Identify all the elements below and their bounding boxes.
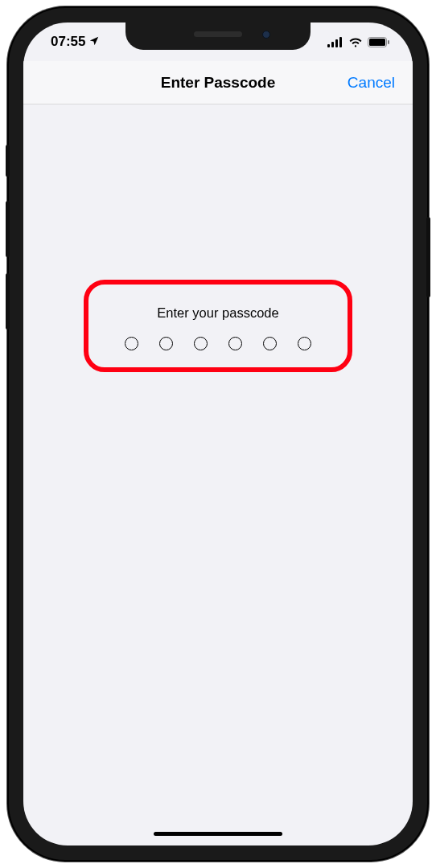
passcode-highlight-annotation: Enter your passcode	[84, 280, 352, 372]
cancel-button[interactable]: Cancel	[348, 74, 395, 92]
passcode-dot	[228, 337, 242, 350]
wifi-icon	[348, 37, 363, 47]
svg-rect-1	[331, 42, 334, 47]
power-button	[426, 217, 430, 297]
passcode-dot	[263, 337, 277, 350]
cellular-signal-icon	[327, 37, 343, 47]
silence-switch	[6, 145, 10, 177]
volume-down-button	[6, 273, 10, 330]
svg-rect-2	[335, 39, 338, 47]
passcode-prompt-label: Enter your passcode	[157, 305, 278, 321]
screen: 07:55	[23, 23, 413, 845]
svg-rect-3	[339, 37, 342, 47]
nav-title: Enter Passcode	[161, 74, 276, 92]
front-camera	[262, 31, 270, 39]
svg-rect-0	[327, 44, 330, 47]
home-indicator[interactable]	[154, 832, 282, 837]
speaker-grille	[194, 31, 242, 37]
status-time: 07:55	[51, 34, 85, 50]
nav-bar: Enter Passcode Cancel	[23, 61, 413, 104]
passcode-dot	[159, 337, 173, 350]
notch	[125, 23, 311, 50]
svg-rect-6	[388, 40, 389, 44]
passcode-dot	[125, 337, 138, 350]
location-icon	[88, 35, 100, 49]
passcode-dot	[194, 337, 208, 350]
device-frame: 07:55	[9, 8, 427, 860]
volume-up-button	[6, 201, 10, 257]
svg-rect-5	[369, 39, 385, 46]
passcode-dots-row[interactable]	[125, 337, 311, 350]
battery-icon	[368, 37, 390, 47]
passcode-dot	[298, 337, 311, 350]
